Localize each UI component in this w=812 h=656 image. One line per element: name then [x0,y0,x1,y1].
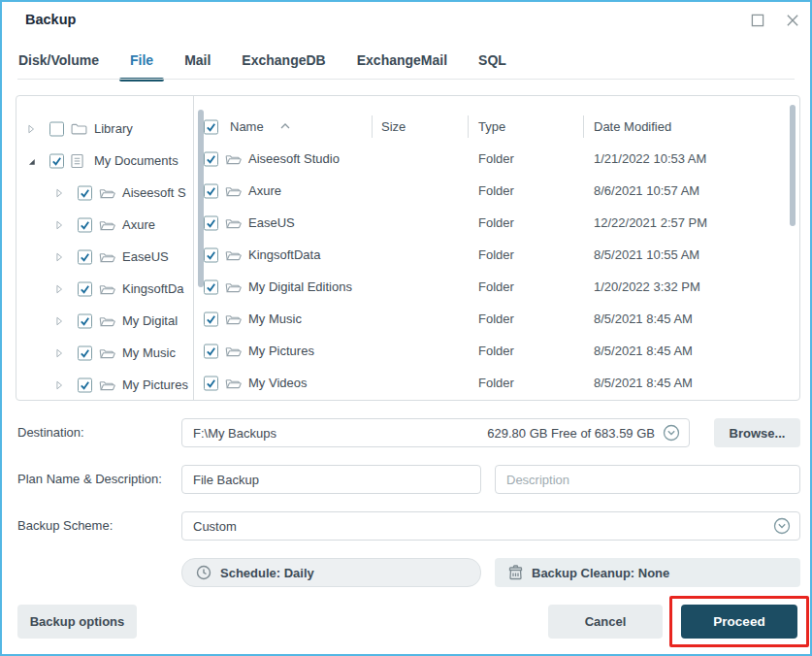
tree-item-checkbox[interactable] [78,281,92,296]
column-divider[interactable] [583,115,584,138]
select-all-checkbox[interactable] [204,119,218,134]
tree-item-checkbox[interactable] [49,153,64,168]
chevron-down-circle-icon[interactable] [773,517,791,535]
cancel-button[interactable]: Cancel [548,605,663,639]
file-row-checkbox[interactable] [204,215,218,230]
column-header-date-modified[interactable]: Date Modified [594,111,671,143]
column-divider[interactable] [468,115,469,138]
file-name: Aiseesoft Studio [248,143,340,175]
file-row[interactable]: My MusicFolder8/5/2021 8:45 AM [195,303,799,335]
file-name: EaseUS [248,207,295,239]
tree-item[interactable]: My Music [16,337,193,369]
folder-open-icon [225,216,242,229]
tab-disk-volume[interactable]: Disk/Volume [18,52,99,82]
file-name: My Pictures [248,335,314,367]
plan-name-label: Plan Name & Description: [17,465,162,494]
expand-arrow-icon[interactable] [54,348,64,358]
list-vertical-scrollbar[interactable] [790,105,796,226]
folder-open-icon [225,152,242,165]
close-icon[interactable] [784,12,801,29]
tree-item-checkbox[interactable] [78,249,92,264]
tab-exchangemail[interactable]: ExchangeMail [357,52,447,82]
tree-item[interactable]: Aiseesoft S [16,177,193,209]
collapse-arrow-icon[interactable] [26,156,36,166]
tree-item[interactable]: My Digital [16,305,193,337]
tree-item-checkbox[interactable] [78,345,92,360]
file-row-checkbox[interactable] [204,247,218,262]
tree-item-checkbox[interactable] [49,121,64,136]
destination-value: F:\My Backups [193,426,276,441]
backup-scheme-select[interactable]: Custom [181,511,800,541]
chevron-down-circle-icon[interactable] [663,424,680,442]
expand-arrow-icon[interactable] [54,284,64,294]
tree-item-checkbox[interactable] [78,377,92,392]
destination-field[interactable]: F:\My Backups 629.80 GB Free of 683.59 G… [181,418,690,447]
backup-scheme-value: Custom [193,519,237,534]
tree-item[interactable]: Axure [16,209,193,241]
tab-file[interactable]: File [130,52,153,82]
file-row[interactable]: Aiseesoft StudioFolder1/21/2022 10:53 AM [195,143,799,175]
backup-options-button[interactable]: Backup options [17,605,137,639]
file-list: Name Size Type Date Modified Aiseesoft S… [195,96,799,400]
column-header-name[interactable]: Name [230,111,264,143]
plan-name-input[interactable] [181,465,481,494]
backup-dialog: Backup Disk/VolumeFileMailExchangeDBExch… [0,0,812,656]
folder-open-icon [225,280,242,293]
tree-item[interactable]: EaseUS [16,241,193,273]
file-row-checkbox[interactable] [204,151,218,166]
tree-item-label: My Documents [94,145,179,177]
expand-arrow-icon[interactable] [54,220,64,230]
tree-item[interactable]: My Pictures [16,369,193,400]
expand-arrow-icon[interactable] [54,380,64,390]
backup-cleanup-button-label: Backup Cleanup: None [532,566,669,580]
folder-open-icon [99,218,115,231]
trash-icon [508,565,523,580]
backup-cleanup-button[interactable]: Backup Cleanup: None [495,558,800,587]
file-row[interactable]: My PicturesFolder8/5/2021 8:45 AM [195,335,799,367]
expand-arrow-icon[interactable] [54,188,64,198]
tree-item[interactable]: My Documents [16,145,193,177]
tree-item-checkbox[interactable] [78,217,92,232]
expand-arrow-icon[interactable] [26,124,36,134]
file-row-checkbox[interactable] [204,312,218,326]
file-name: My Digital Editions [248,271,352,303]
tree-item[interactable]: KingsoftDa [16,273,193,305]
maximize-icon[interactable] [749,12,766,29]
tab-sql[interactable]: SQL [478,52,506,82]
column-header-type[interactable]: Type [478,111,505,143]
backup-scheme-label: Backup Scheme: [17,511,113,541]
file-type: Folder [478,335,514,367]
destination-free-space: 629.80 GB Free of 683.59 GB [487,426,655,441]
folder-open-icon [99,250,115,263]
tree-item-checkbox[interactable] [78,313,92,328]
file-row[interactable]: My Digital EditionsFolder1/20/2022 3:32 … [195,271,799,303]
file-row-checkbox[interactable] [204,344,218,358]
folder-open-icon [225,344,242,357]
folder-closed-icon [71,122,87,135]
schedule-button[interactable]: Schedule: Daily [181,558,481,587]
file-row-checkbox[interactable] [204,376,218,390]
proceed-button[interactable]: Proceed [681,605,797,639]
folder-open-icon [99,186,115,199]
tab-mail[interactable]: Mail [184,52,211,82]
file-row-checkbox[interactable] [204,183,218,198]
tree-item-checkbox[interactable] [78,185,92,200]
browse-button[interactable]: Browse... [714,418,800,447]
file-date-modified: 8/5/2021 8:45 AM [594,303,693,335]
expand-arrow-icon[interactable] [54,316,64,326]
document-icon [71,153,83,168]
expand-arrow-icon[interactable] [54,252,64,262]
file-row[interactable]: AxureFolder8/6/2021 10:57 AM [195,175,799,207]
tab-exchangedb[interactable]: ExchangeDB [242,52,325,82]
folder-open-icon [99,314,115,327]
tree-item[interactable]: Library [16,113,193,145]
file-row[interactable]: My VideosFolder8/5/2021 8:45 AM [195,367,799,399]
description-input[interactable] [495,465,800,494]
file-row-checkbox[interactable] [204,279,218,294]
sort-ascending-icon [280,117,290,132]
column-header-size[interactable]: Size [381,111,406,143]
column-divider[interactable] [372,115,373,138]
file-row[interactable]: EaseUSFolder12/22/2021 2:57 PM [195,207,799,239]
file-row[interactable]: KingsoftDataFolder8/5/2021 10:55 AM [195,239,799,271]
window-title: Backup [25,12,76,27]
